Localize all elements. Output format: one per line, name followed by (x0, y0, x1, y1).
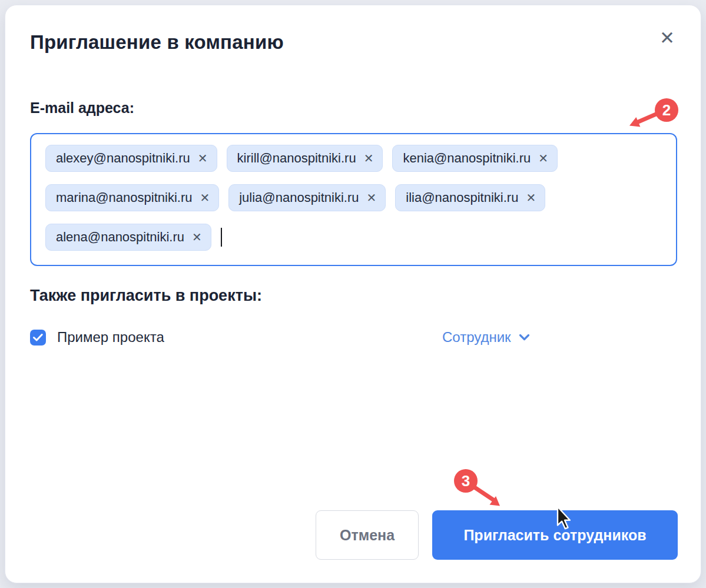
project-row: Пример проекта Сотрудник (30, 328, 677, 350)
close-icon: ✕ (659, 29, 675, 47)
email-chip: alena@nanospitniki.ru ✕ (45, 224, 211, 251)
email-chip-label: julia@nanospitniki.ru (239, 190, 359, 205)
email-chip-label: alena@nanospitniki.ru (56, 230, 184, 245)
email-chip-label: marina@nanospitniki.ru (56, 190, 192, 205)
projects-section-label: Также пригласить в проекты: (30, 287, 262, 305)
remove-email-icon[interactable]: ✕ (200, 192, 210, 204)
email-chip-label: kirill@nanospitniki.ru (237, 151, 356, 166)
project-checkbox[interactable] (30, 330, 46, 346)
checkmark-icon (33, 334, 43, 341)
email-tags-input[interactable]: alexey@nanospitniki.ru ✕ kirill@nanospit… (30, 133, 677, 266)
role-dropdown-value: Сотрудник (442, 329, 511, 346)
email-chip-label: alexey@nanospitniki.ru (56, 151, 190, 166)
text-caret (221, 228, 222, 247)
close-button[interactable]: ✕ (654, 24, 681, 51)
email-chip: marina@nanospitniki.ru ✕ (45, 184, 219, 211)
email-chip: kirill@nanospitniki.ru ✕ (227, 145, 383, 172)
email-chip-label: kenia@nanospitniki.ru (403, 151, 531, 166)
remove-email-icon[interactable]: ✕ (364, 152, 374, 164)
role-dropdown[interactable]: Сотрудник (442, 329, 530, 346)
project-name: Пример проекта (57, 329, 164, 346)
remove-email-icon[interactable]: ✕ (192, 231, 202, 243)
chevron-down-icon (519, 334, 530, 341)
email-addresses-label: E-mail адреса: (30, 99, 134, 117)
invite-modal: Приглашение в компанию ✕ E-mail адреса: … (5, 5, 701, 583)
remove-email-icon[interactable]: ✕ (526, 192, 536, 204)
email-chip: ilia@nanospitniki.ru ✕ (395, 184, 545, 211)
remove-email-icon[interactable]: ✕ (198, 152, 208, 164)
invite-employees-button[interactable]: Пригласить сотрудников (432, 510, 678, 560)
remove-email-icon[interactable]: ✕ (538, 152, 548, 164)
cancel-button[interactable]: Отмена (316, 510, 419, 560)
email-chip: kenia@nanospitniki.ru ✕ (392, 145, 558, 172)
email-chip: julia@nanospitniki.ru ✕ (228, 184, 386, 211)
modal-title: Приглашение в компанию (30, 31, 284, 54)
email-chip: alexey@nanospitniki.ru ✕ (45, 145, 217, 172)
email-chip-label: ilia@nanospitniki.ru (406, 190, 518, 205)
project-list: Пример проекта Сотрудник (30, 328, 677, 350)
remove-email-icon[interactable]: ✕ (367, 192, 377, 204)
